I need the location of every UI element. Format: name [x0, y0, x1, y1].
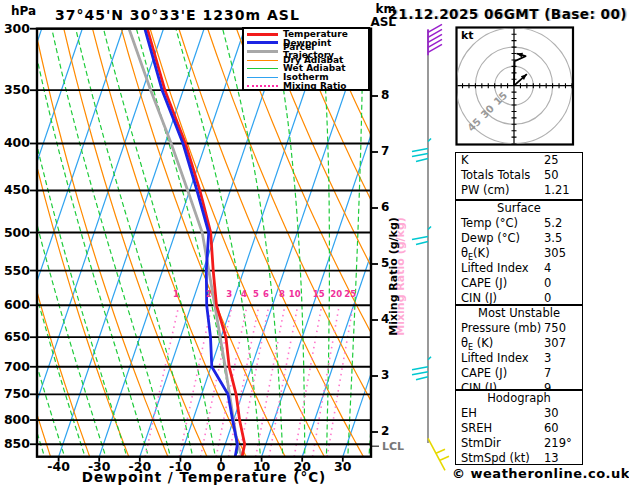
- table-row: SREH60: [456, 421, 582, 436]
- table-row: θE (K)307: [456, 336, 582, 351]
- table-row-value: 50: [544, 168, 559, 183]
- table-row: Dewp (°C)3.5: [456, 231, 582, 246]
- table-row-value: 3.5: [544, 231, 562, 246]
- table-row-label: CAPE (J): [461, 276, 507, 291]
- table-row-value: 305: [544, 246, 566, 261]
- table-row-value: 60: [544, 421, 559, 436]
- indices-table: Most UnstablePressure (mb)750θE (K)307Li…: [455, 305, 583, 390]
- table-row-value: 3: [544, 351, 551, 366]
- table-row-value: 30: [544, 406, 559, 421]
- table-row-label: EH: [461, 406, 477, 421]
- table-section-header: Most Unstable: [456, 306, 582, 321]
- wind-barb: [428, 24, 442, 55]
- table-row: EH30: [456, 406, 582, 421]
- table-row-label: Dewp (°C): [461, 231, 520, 246]
- table-row-value: 0: [544, 291, 551, 306]
- table-row: K25: [456, 153, 582, 168]
- table-row-label: Lifted Index: [461, 351, 529, 366]
- legend-line-sample: [247, 85, 278, 87]
- table-row: CIN (J)0: [456, 291, 582, 306]
- sounding-profiles: [129, 29, 245, 457]
- table-row: StmDir219°: [456, 436, 582, 451]
- table-row-label: K: [461, 153, 469, 168]
- table-row-label: CIN (J): [461, 291, 497, 306]
- table-row-label: PW (cm): [461, 183, 509, 198]
- legend-box: TemperatureDewpointParcel TrajectoryDry …: [242, 27, 370, 91]
- table-section-header: Surface: [456, 201, 582, 216]
- table-row: θE(K)305: [456, 246, 582, 261]
- table-row: Temp (°C)5.2: [456, 216, 582, 231]
- table-row-value: 1.21: [544, 183, 570, 198]
- table-row-value: 219°: [544, 436, 572, 451]
- table-row: StmSpd (kt)13: [456, 451, 582, 466]
- hodograph: 153045: [456, 28, 573, 145]
- legend-item: Mixing Ratio: [247, 82, 368, 91]
- legend-line-sample: [247, 77, 278, 78]
- table-row-label: CAPE (J): [461, 366, 507, 381]
- table-row-label: Pressure (mb): [461, 321, 541, 336]
- table-row-label: Lifted Index: [461, 261, 529, 276]
- table-row: CAPE (J)7: [456, 366, 582, 381]
- legend-line-sample: [247, 33, 278, 36]
- table-row: CAPE (J)0: [456, 276, 582, 291]
- table-row-value: 5.2: [544, 216, 562, 231]
- table-row-value: 750: [544, 321, 566, 336]
- table-row: PW (cm)1.21: [456, 183, 582, 198]
- legend-line-sample: [247, 68, 278, 69]
- table-row-value: 4: [544, 261, 551, 276]
- wind-barb-staff: [412, 24, 449, 470]
- table-row-value: 7: [544, 366, 551, 381]
- table-row: Pressure (mb)750: [456, 321, 582, 336]
- table-row-value: 13: [544, 451, 559, 466]
- legend-line-sample: [247, 50, 278, 53]
- indices-table: K25Totals Totals50PW (cm)1.21: [455, 152, 583, 200]
- sounding-chart-page: 153045 hPa 37°45'N 30°33'E 1230m ASL km …: [0, 0, 629, 486]
- legend-line-sample: [247, 60, 278, 61]
- table-section-header: Hodograph: [456, 391, 582, 406]
- table-row-value: 307: [544, 336, 566, 351]
- table-row-value: 25: [544, 153, 559, 168]
- legend-line-sample: [247, 41, 278, 44]
- legend-item-label: Mixing Ratio: [283, 82, 347, 91]
- table-row: Totals Totals50: [456, 168, 582, 183]
- indices-table: HodographEH30SREH60StmDir219°StmSpd (kt)…: [455, 390, 583, 465]
- table-row-value: 0: [544, 276, 551, 291]
- indices-table: SurfaceTemp (°C)5.2Dewp (°C)3.5θE(K)305L…: [455, 200, 583, 305]
- table-row: Lifted Index3: [456, 351, 582, 366]
- table-row: Lifted Index4: [456, 261, 582, 276]
- table-row-label: StmDir: [461, 436, 501, 451]
- table-row-label: Totals Totals: [461, 168, 530, 183]
- table-row-label: SREH: [461, 421, 492, 436]
- table-row-label: Temp (°C): [461, 216, 518, 231]
- wind-barb: [428, 438, 449, 470]
- table-row-label: StmSpd (kt): [461, 451, 530, 466]
